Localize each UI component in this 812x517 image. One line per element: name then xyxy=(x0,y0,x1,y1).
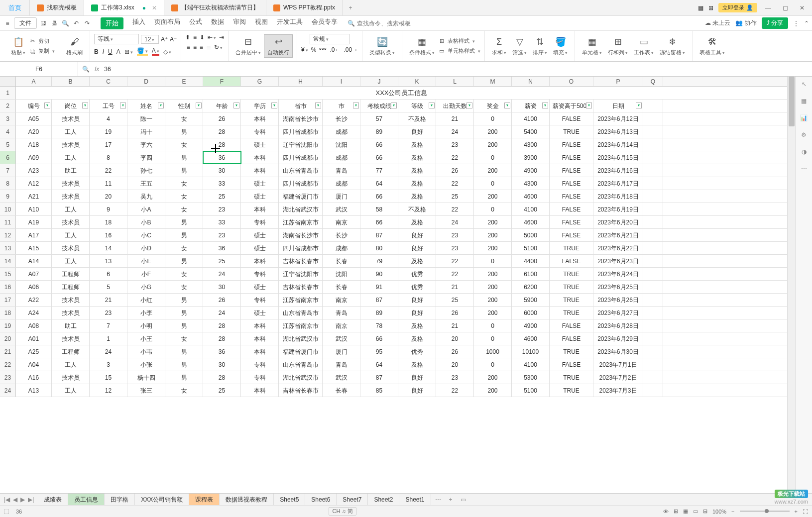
row-header[interactable]: 20 xyxy=(0,332,16,345)
column-header[interactable]: F xyxy=(203,77,241,86)
data-cell[interactable]: FALSE xyxy=(550,138,593,151)
header-cell[interactable]: 考核成绩▾ xyxy=(360,100,398,112)
data-cell[interactable]: TRUE xyxy=(550,345,593,358)
data-cell[interactable]: 200 xyxy=(474,190,512,203)
comma-icon[interactable]: ᵒᵒᵒ xyxy=(319,46,327,53)
filter-dropdown-icon[interactable]: ▾ xyxy=(429,103,435,108)
empty-cell[interactable] xyxy=(643,190,663,203)
cloud-status[interactable]: ☁ 未上云 xyxy=(705,19,730,27)
data-cell[interactable]: FALSE xyxy=(550,151,593,164)
data-cell[interactable]: 良好 xyxy=(398,294,436,306)
bold-button[interactable]: B xyxy=(94,48,99,55)
data-cell[interactable]: A12 xyxy=(16,177,52,190)
row-header[interactable]: 23 xyxy=(0,371,16,384)
data-cell[interactable]: FALSE xyxy=(550,332,593,345)
data-cell[interactable]: 技术员 xyxy=(52,371,90,384)
data-cell[interactable]: A08 xyxy=(16,319,52,332)
cut-button[interactable]: ✂剪切 xyxy=(28,37,55,45)
data-cell[interactable]: 及格 xyxy=(398,138,436,151)
data-cell[interactable]: TRUE xyxy=(550,281,593,293)
data-cell[interactable]: TRUE xyxy=(550,242,593,254)
data-cell[interactable]: 200 xyxy=(474,294,512,306)
data-cell[interactable]: 南京 xyxy=(323,294,360,306)
data-cell[interactable]: 工人 xyxy=(52,358,90,371)
data-cell[interactable]: 22 xyxy=(436,151,474,164)
data-cell[interactable]: 厦门 xyxy=(323,345,360,358)
zoom-tool-icon[interactable]: 🔍 xyxy=(82,66,90,73)
sheet-tab[interactable]: XXX公司销售额 xyxy=(135,494,189,505)
data-cell[interactable]: 25 xyxy=(203,384,241,397)
data-cell[interactable]: 硕士 xyxy=(241,242,279,254)
data-cell[interactable]: 23 xyxy=(436,242,474,254)
data-cell[interactable]: 77 xyxy=(360,164,398,177)
header-cell[interactable]: 年龄▾ xyxy=(203,100,241,112)
sheet-nav-prev[interactable]: ◀ xyxy=(13,496,17,503)
header-cell[interactable]: 学历▾ xyxy=(241,100,279,112)
data-cell[interactable]: 男 xyxy=(165,345,203,358)
data-cell[interactable]: 福建省厦门市 xyxy=(279,190,323,203)
data-cell[interactable]: 长春 xyxy=(323,281,360,293)
sheet-tab[interactable]: 田字格 xyxy=(105,494,135,505)
data-cell[interactable]: 5000 xyxy=(512,229,550,241)
strikethrough-button[interactable]: A xyxy=(116,48,120,55)
data-cell[interactable]: 18 xyxy=(90,216,127,228)
data-cell[interactable]: 青岛 xyxy=(323,307,360,319)
ribbon-tab[interactable]: 会员专享 xyxy=(312,17,338,29)
more-menu[interactable]: ⋮ xyxy=(793,20,799,27)
row-header[interactable]: 18 xyxy=(0,307,16,319)
data-cell[interactable]: 1 xyxy=(90,332,127,345)
data-cell[interactable]: 优秀 xyxy=(398,281,436,293)
cell-style-button[interactable]: ▭单元格样式 xyxy=(438,47,480,55)
sheet-tab[interactable]: 数据透视表教程 xyxy=(220,494,274,505)
undo-icon[interactable]: ↶ xyxy=(72,19,81,28)
data-cell[interactable]: 女 xyxy=(165,112,203,125)
data-cell[interactable]: 200 xyxy=(474,229,512,241)
data-cell[interactable]: 85 xyxy=(360,384,398,397)
data-cell[interactable]: 青岛 xyxy=(323,358,360,371)
table-style-button[interactable]: ⊞表格样式 xyxy=(438,37,480,45)
row-header[interactable]: 12 xyxy=(0,229,16,241)
data-cell[interactable]: 本科 xyxy=(241,203,279,215)
data-cell[interactable]: 23 xyxy=(90,307,127,319)
header-cell[interactable]: 等级▾ xyxy=(398,100,436,112)
data-cell[interactable]: 0 xyxy=(474,332,512,345)
menu-icon[interactable]: ≡ xyxy=(3,19,12,28)
row-header[interactable]: 5 xyxy=(0,138,16,151)
data-cell[interactable]: A14 xyxy=(16,255,52,267)
zoom-in-button[interactable]: + xyxy=(795,509,798,515)
filter-dropdown-icon[interactable]: ▾ xyxy=(353,103,359,108)
data-cell[interactable]: TRUE xyxy=(550,125,593,138)
fx-label[interactable]: fx xyxy=(95,66,99,73)
data-cell[interactable]: FALSE xyxy=(550,255,593,267)
data-cell[interactable]: 工人 xyxy=(52,384,90,397)
data-cell[interactable]: 30 xyxy=(203,281,241,293)
data-cell[interactable]: 2023年6月21日 xyxy=(593,229,643,241)
ribbon-tab[interactable]: 开始 xyxy=(101,17,123,29)
data-cell[interactable]: 15 xyxy=(90,371,127,384)
row-header[interactable]: 9 xyxy=(0,190,16,203)
data-cell[interactable]: A15 xyxy=(16,242,52,254)
data-cell[interactable]: 2023年6月12日 xyxy=(593,112,643,125)
data-cell[interactable]: 专科 xyxy=(241,294,279,306)
scroll-thumb[interactable] xyxy=(789,77,795,126)
save-icon[interactable]: 🖫 xyxy=(39,19,48,28)
filter-dropdown-icon[interactable]: ▾ xyxy=(158,103,164,108)
empty-cell[interactable] xyxy=(643,164,663,177)
empty-cell[interactable] xyxy=(643,138,663,151)
data-cell[interactable]: 2023年6月30日 xyxy=(593,345,643,358)
data-cell[interactable]: 及格 xyxy=(398,190,436,203)
data-cell[interactable]: 杨十四 xyxy=(127,371,165,384)
data-cell[interactable]: 28 xyxy=(203,332,241,345)
data-cell[interactable]: 200 xyxy=(474,281,512,293)
data-cell[interactable]: 良好 xyxy=(398,242,436,254)
data-cell[interactable]: 工人 xyxy=(52,125,90,138)
data-cell[interactable]: 良好 xyxy=(398,307,436,319)
zoom-value[interactable]: 100% xyxy=(712,509,726,515)
align-right-icon[interactable]: ≡ xyxy=(200,44,203,51)
ribbon-tab[interactable]: 页面布局 xyxy=(154,17,180,29)
data-cell[interactable]: 2023年7月1日 xyxy=(593,358,643,371)
data-cell[interactable]: 女 xyxy=(165,177,203,190)
align-middle-icon[interactable]: ≡ xyxy=(193,34,197,41)
data-cell[interactable]: 20 xyxy=(436,332,474,345)
clear-format-button[interactable]: ◇ xyxy=(163,48,171,55)
